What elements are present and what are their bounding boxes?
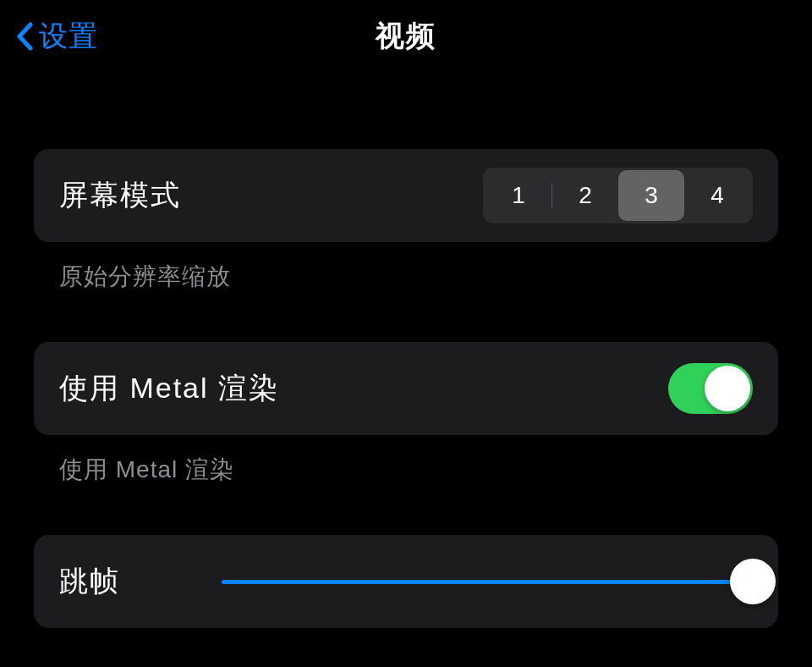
nav-bar: 设置 视频	[0, 0, 812, 73]
chevron-left-icon	[15, 21, 34, 52]
metal-cell: 使用 Metal 渲染	[34, 342, 778, 435]
metal-switch[interactable]	[668, 363, 753, 414]
segment-1[interactable]: 1	[486, 170, 551, 221]
screen-mode-label: 屏幕模式	[59, 176, 181, 215]
segment-3[interactable]: 3	[618, 170, 684, 221]
frameskip-slider[interactable]	[222, 556, 753, 607]
metal-label: 使用 Metal 渲染	[59, 369, 279, 408]
frameskip-cell: 跳帧	[34, 535, 778, 628]
metal-section: 使用 Metal 渲染 使用 Metal 渲染	[34, 342, 778, 486]
back-button[interactable]: 设置	[15, 17, 98, 56]
page-title: 视频	[376, 17, 436, 56]
slider-fill	[222, 580, 753, 584]
screen-mode-segmented[interactable]: 1234	[483, 168, 753, 223]
screen-mode-footer: 原始分辨率缩放	[34, 242, 778, 293]
slider-thumb[interactable]	[730, 559, 776, 604]
content: 屏幕模式 1234 原始分辨率缩放 使用 Metal 渲染 使用 Metal 渲…	[0, 73, 812, 628]
screen-mode-cell: 屏幕模式 1234	[34, 149, 778, 242]
segment-4[interactable]: 4	[684, 170, 750, 221]
switch-knob	[705, 366, 750, 411]
metal-footer: 使用 Metal 渲染	[34, 435, 778, 486]
frameskip-label: 跳帧	[59, 562, 120, 601]
segment-2[interactable]: 2	[552, 170, 618, 221]
frameskip-section: 跳帧	[34, 535, 778, 628]
back-label: 设置	[39, 17, 98, 56]
screen-mode-section: 屏幕模式 1234 原始分辨率缩放	[34, 149, 778, 293]
